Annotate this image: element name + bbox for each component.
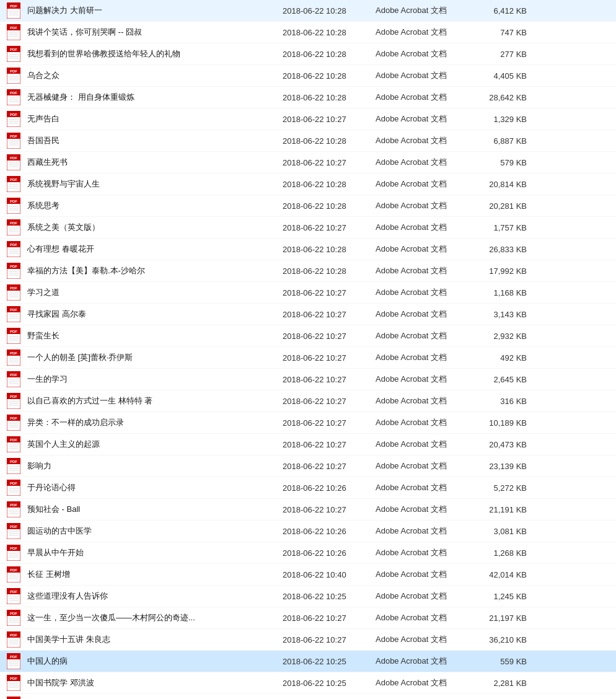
svg-text:PDF: PDF — [10, 91, 17, 95]
file-type: Adobe Acrobat 文档 — [376, 504, 475, 515]
svg-text:PDF: PDF — [10, 351, 17, 355]
file-size: 20,473 KB — [475, 440, 537, 449]
svg-text:PDF: PDF — [10, 590, 17, 594]
file-size: 10,189 KB — [475, 418, 537, 428]
file-row[interactable]: PDF系统思考2018-06-22 10:28Adobe Acrobat 文档2… — [0, 195, 616, 217]
file-type: Adobe Acrobat 文档 — [376, 417, 475, 428]
file-row[interactable]: PDF早晨从中午开始2018-06-22 10:26Adobe Acrobat … — [0, 542, 616, 564]
svg-text:PDF: PDF — [10, 113, 17, 116]
pdf-icon: PDF — [5, 263, 22, 279]
pdf-icon: PDF — [5, 371, 22, 387]
file-size: 1,329 KB — [475, 115, 537, 124]
file-row[interactable]: PDF一生的学习2018-06-22 10:27Adobe Acrobat 文档… — [0, 369, 616, 390]
pdf-icon: PDF — [5, 154, 22, 170]
file-row[interactable]: PDF乌合之众2018-06-22 10:28Adobe Acrobat 文档4… — [0, 65, 616, 87]
file-date: 2018-06-22 10:27 — [283, 462, 376, 471]
file-type: Adobe Acrobat 文档 — [376, 525, 475, 537]
pdf-icon: PDF — [5, 697, 22, 699]
file-size: 3,143 KB — [475, 310, 537, 319]
file-type: Adobe Acrobat 文档 — [376, 92, 475, 103]
svg-text:PDF: PDF — [10, 438, 17, 442]
file-row[interactable]: PDF中国人的病2018-06-22 10:25Adobe Acrobat 文档… — [0, 651, 616, 672]
svg-text:PDF: PDF — [10, 460, 17, 464]
svg-text:PDF: PDF — [10, 265, 17, 268]
file-row[interactable]: PDF以自己喜欢的方式过一生 林特特 著2018-06-22 10:27Adob… — [0, 390, 616, 412]
file-row[interactable]: PDF影响力2018-06-22 10:27Adobe Acrobat 文档23… — [0, 455, 616, 477]
file-name: 预知社会 - Ball — [22, 504, 283, 515]
file-name: 这一生，至少当一次傻瓜——木村阿公的奇迹... — [22, 612, 283, 623]
file-date: 2018-06-22 10:28 — [283, 136, 376, 146]
file-name: 早晨从中午开始 — [22, 547, 283, 558]
file-row[interactable]: PDF系统之美（英文版）2018-06-22 10:27Adobe Acroba… — [0, 217, 616, 239]
svg-text:PDF: PDF — [10, 525, 17, 529]
file-name: 中国人的病 — [22, 656, 283, 667]
file-row[interactable]: PDF系统视野与宇宙人生2018-06-22 10:28Adobe Acroba… — [0, 174, 616, 195]
pdf-icon: PDF — [5, 415, 22, 431]
file-size: 6,887 KB — [475, 136, 537, 146]
svg-text:PDF: PDF — [10, 243, 17, 247]
file-row[interactable]: PDF我讲个笑话，你可别哭啊 -- 囧叔2018-06-22 10:28Adob… — [0, 22, 616, 43]
pdf-icon: PDF — [5, 46, 22, 62]
file-type: Adobe Acrobat 文档 — [376, 677, 475, 688]
file-size: 26,833 KB — [475, 245, 537, 254]
pdf-icon: PDF — [5, 68, 22, 84]
file-row[interactable]: PDF幸福的方法【美】泰勒.本-沙哈尔2018-06-22 10:28Adobe… — [0, 260, 616, 282]
pdf-icon: PDF — [5, 523, 22, 539]
file-row[interactable]: PDF野蛮生长2018-06-22 10:27Adobe Acrobat 文档2… — [0, 325, 616, 347]
file-row[interactable]: PDF长征 王树增2018-06-22 10:40Adobe Acrobat 文… — [0, 564, 616, 586]
file-row[interactable]: PDF我想看到的世界哈佛教授送给年轻人的礼物2018-06-22 10:28Ad… — [0, 43, 616, 65]
file-name: 乌合之众 — [22, 70, 283, 81]
file-row[interactable]: PDF吾国吾民2018-06-22 10:28Adobe Acrobat 文档6… — [0, 130, 616, 152]
file-date: 2018-06-22 10:28 — [283, 50, 376, 59]
file-row[interactable]: PDF预知社会 - Ball2018-06-22 10:27Adobe Acro… — [0, 499, 616, 521]
file-size: 23,139 KB — [475, 462, 537, 471]
file-date: 2018-06-22 10:28 — [283, 6, 376, 15]
file-date: 2018-06-22 10:27 — [283, 332, 376, 341]
file-row[interactable]: PDF中国美学十五讲 朱良志2018-06-22 10:27Adobe Acro… — [0, 629, 616, 651]
file-type: Adobe Acrobat 文档 — [376, 439, 475, 450]
file-date: 2018-06-22 10:27 — [283, 613, 376, 623]
file-row[interactable]: PDF英国个人主义的起源2018-06-22 10:27Adobe Acroba… — [0, 434, 616, 455]
file-row[interactable]: PDF中医养生学2018-06-22 10:25Adobe Acrobat 文档… — [0, 694, 616, 699]
file-type: Adobe Acrobat 文档 — [376, 70, 475, 81]
pdf-icon: PDF — [5, 198, 22, 214]
file-row[interactable]: PDF一个人的朝圣 [英]蕾秋·乔伊斯2018-06-22 10:27Adobe… — [0, 347, 616, 369]
file-type: Adobe Acrobat 文档 — [376, 200, 475, 211]
pdf-icon: PDF — [5, 350, 22, 366]
file-date: 2018-06-22 10:27 — [283, 115, 376, 124]
file-date: 2018-06-22 10:28 — [283, 28, 376, 37]
file-date: 2018-06-22 10:28 — [283, 266, 376, 276]
file-date: 2018-06-22 10:28 — [283, 180, 376, 189]
file-row[interactable]: PDF学习之道2018-06-22 10:27Adobe Acrobat 文档1… — [0, 282, 616, 304]
file-size: 2,932 KB — [475, 332, 537, 341]
file-name: 长征 王树增 — [22, 569, 283, 580]
file-name: 这些道理没有人告诉你 — [22, 591, 283, 602]
file-row[interactable]: PDF异类：不一样的成功启示录2018-06-22 10:27Adobe Acr… — [0, 412, 616, 434]
file-row[interactable]: PDF问题解决力 大前研一2018-06-22 10:28Adobe Acrob… — [0, 0, 616, 22]
file-row[interactable]: PDF寻找家园 高尔泰2018-06-22 10:27Adobe Acrobat… — [0, 304, 616, 325]
file-name: 问题解决力 大前研一 — [22, 5, 283, 16]
svg-text:PDF: PDF — [10, 26, 17, 30]
file-date: 2018-06-22 10:26 — [283, 527, 376, 536]
file-name: 于丹论语心得 — [22, 482, 283, 493]
file-row[interactable]: PDF中国书院学 邓洪波2018-06-22 10:25Adobe Acroba… — [0, 672, 616, 694]
file-row[interactable]: PDF无声告白2018-06-22 10:27Adobe Acrobat 文档1… — [0, 108, 616, 130]
file-row[interactable]: PDF这些道理没有人告诉你2018-06-22 10:25Adobe Acrob… — [0, 586, 616, 607]
pdf-icon: PDF — [5, 241, 22, 257]
file-type: Adobe Acrobat 文档 — [376, 48, 475, 59]
file-row[interactable]: PDF无器械健身： 用自身体重锻炼2018-06-22 10:28Adobe A… — [0, 87, 616, 108]
svg-text:PDF: PDF — [10, 373, 17, 377]
file-row[interactable]: PDF于丹论语心得2018-06-22 10:26Adobe Acrobat 文… — [0, 477, 616, 499]
file-type: Adobe Acrobat 文档 — [376, 569, 475, 580]
svg-text:PDF: PDF — [10, 69, 17, 73]
file-row[interactable]: PDF圆运动的古中医学2018-06-22 10:26Adobe Acrobat… — [0, 521, 616, 542]
file-row[interactable]: PDF西藏生死书2018-06-22 10:27Adobe Acrobat 文档… — [0, 152, 616, 174]
file-name: 系统之美（英文版） — [22, 222, 283, 233]
file-size: 4,405 KB — [475, 71, 537, 81]
svg-text:PDF: PDF — [10, 633, 17, 637]
pdf-icon: PDF — [5, 176, 22, 192]
file-row[interactable]: PDF心有理想 春暖花开2018-06-22 10:28Adobe Acroba… — [0, 239, 616, 260]
file-size: 3,081 KB — [475, 527, 537, 536]
svg-text:PDF: PDF — [10, 286, 17, 290]
file-row[interactable]: PDF这一生，至少当一次傻瓜——木村阿公的奇迹...2018-06-22 10:… — [0, 607, 616, 629]
